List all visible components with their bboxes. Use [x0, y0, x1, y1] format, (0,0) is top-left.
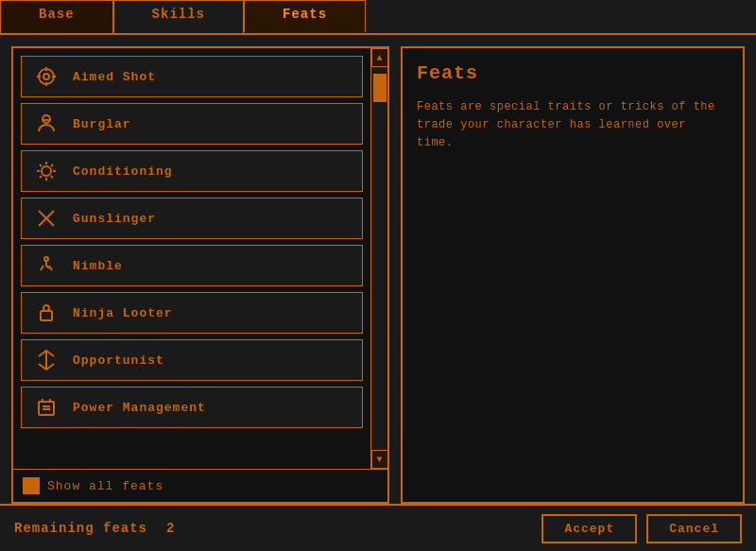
tab-bar: Base Skills Feats	[0, 0, 756, 35]
left-panel: Aimed ShotBurglarConditioningGunslingerN…	[11, 46, 389, 504]
footer-buttons: Accept Cancel	[541, 514, 742, 543]
tab-base[interactable]: Base	[0, 0, 113, 33]
feat-item-power-management[interactable]: Power Management	[21, 387, 363, 428]
feat-name-conditioning: Conditioning	[73, 164, 173, 179]
feat-name-ninja-looter: Ninja Looter	[73, 306, 173, 320]
feat-icon-burglar	[31, 109, 61, 139]
feats-list: Aimed ShotBurglarConditioningGunslingerN…	[13, 48, 370, 469]
right-panel: Feats Feats are special traits or tricks…	[401, 46, 745, 504]
remaining-label: Remaining feats	[14, 521, 147, 536]
page-wrapper: Base Skills Feats Aimed ShotBurglarCondi…	[0, 0, 756, 551]
feat-item-burglar[interactable]: Burglar	[21, 103, 363, 145]
feat-name-aimed-shot: Aimed Shot	[73, 70, 156, 84]
feat-icon-aimed-shot	[31, 61, 61, 92]
scroll-track	[371, 67, 387, 450]
svg-point-13	[43, 305, 49, 311]
feat-name-opportunist: Opportunist	[73, 353, 164, 368]
feat-item-gunslinger[interactable]: Gunslinger	[21, 198, 363, 239]
feat-item-opportunist[interactable]: Opportunist	[21, 339, 363, 381]
feat-item-ninja-looter[interactable]: Ninja Looter	[21, 292, 363, 334]
feat-item-conditioning[interactable]: Conditioning	[21, 150, 363, 192]
left-bottom: Show all feats	[13, 469, 387, 502]
feats-description: Feats are special traits or tricks of th…	[417, 98, 729, 153]
svg-point-1	[43, 74, 49, 79]
feat-item-aimed-shot[interactable]: Aimed Shot	[21, 56, 363, 97]
feat-icon-power-management	[31, 392, 61, 422]
feat-icon-ninja-looter	[31, 298, 61, 328]
feat-name-nimble: Nimble	[73, 259, 123, 273]
cancel-button[interactable]: Cancel	[646, 514, 742, 543]
svg-rect-12	[41, 311, 52, 320]
svg-point-11	[44, 257, 48, 261]
feat-name-gunslinger: Gunslinger	[73, 212, 156, 226]
content-area: Aimed ShotBurglarConditioningGunslingerN…	[0, 35, 756, 504]
remaining-count: 2	[166, 521, 174, 536]
scrollbar: ▲ ▼	[370, 48, 387, 469]
accept-button[interactable]: Accept	[541, 514, 637, 543]
scroll-up-button[interactable]: ▲	[371, 48, 388, 67]
show-all-label[interactable]: Show all feats	[47, 479, 163, 493]
feat-item-nimble[interactable]: Nimble	[21, 245, 363, 286]
feat-icon-conditioning	[31, 156, 61, 186]
feat-icon-opportunist	[31, 345, 61, 375]
feats-list-container: Aimed ShotBurglarConditioningGunslingerN…	[13, 48, 387, 469]
scroll-down-button[interactable]: ▼	[371, 450, 388, 469]
tab-skills[interactable]: Skills	[113, 0, 244, 33]
scroll-thumb[interactable]	[373, 74, 387, 102]
feats-panel-title: Feats	[417, 62, 729, 84]
svg-point-0	[39, 69, 54, 84]
feat-icon-nimble	[31, 250, 61, 281]
feat-icon-gunslinger	[31, 203, 61, 233]
feat-name-burglar: Burglar	[73, 117, 131, 131]
show-all-checkbox[interactable]	[23, 477, 40, 494]
footer: Remaining feats 2 Accept Cancel	[0, 504, 756, 551]
svg-point-8	[42, 166, 51, 176]
tab-feats[interactable]: Feats	[244, 0, 366, 33]
feat-name-power-management: Power Management	[73, 401, 206, 415]
